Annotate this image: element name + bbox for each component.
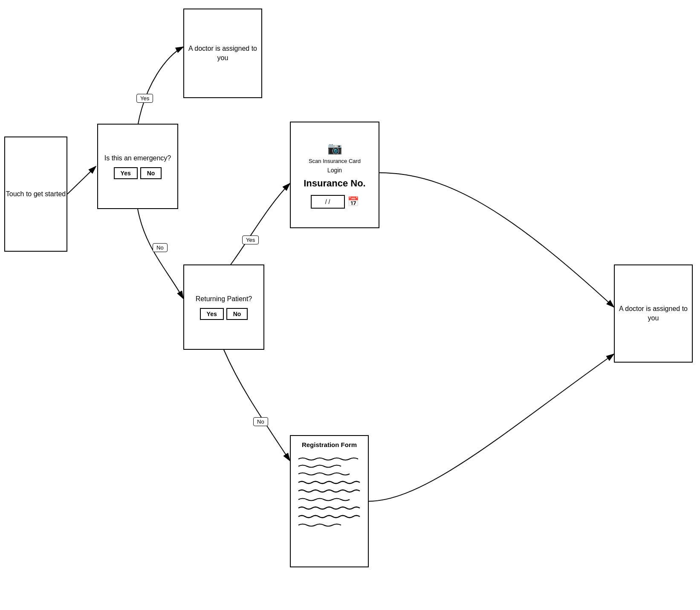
- emergency-btn-group: Yes No: [114, 167, 162, 179]
- yes-top-label: Yes: [136, 94, 153, 103]
- doctor-assigned-right-card: A doctor is assigned to you: [614, 264, 693, 363]
- emergency-card[interactable]: Is this an emergency? Yes No: [97, 124, 178, 209]
- no-middle-label: No: [153, 243, 168, 252]
- camera-icon: 📷: [327, 141, 342, 155]
- returning-patient-card[interactable]: Returning Patient? Yes No: [183, 264, 264, 350]
- returning-patient-label: Returning Patient?: [196, 294, 252, 304]
- doctor-assigned-top-card: A doctor is assigned to you: [183, 9, 262, 98]
- emergency-yes-button[interactable]: Yes: [114, 167, 138, 179]
- no-registration-label: No: [253, 417, 268, 426]
- doctor-assigned-top-label: A doctor is assigned to you: [184, 44, 261, 63]
- emergency-label: Is this an emergency?: [104, 154, 171, 163]
- returning-btn-group: Yes No: [200, 308, 248, 320]
- form-squiggles: [296, 453, 362, 546]
- returning-yes-button[interactable]: Yes: [200, 308, 224, 320]
- date-row: / / 📅: [311, 195, 359, 209]
- date-input[interactable]: / /: [311, 195, 345, 209]
- insurance-no-label: Insurance No.: [304, 178, 365, 189]
- flowchart: Touch to get started Is this an emergenc…: [0, 0, 700, 610]
- touch-start-card[interactable]: Touch to get started: [4, 137, 67, 252]
- login-label: Login: [327, 167, 342, 174]
- yes-insurance-label: Yes: [242, 235, 259, 244]
- doctor-assigned-right-label: A doctor is assigned to you: [615, 304, 692, 323]
- emergency-no-button[interactable]: No: [140, 167, 162, 179]
- registration-form-label: Registration Form: [302, 440, 357, 449]
- svg-line-1: [67, 166, 96, 194]
- scan-insurance-label: Scan Insurance Card: [309, 158, 361, 164]
- registration-form-card[interactable]: Registration Form: [290, 435, 369, 567]
- returning-no-button[interactable]: No: [226, 308, 248, 320]
- calendar-icon[interactable]: 📅: [347, 196, 359, 207]
- insurance-card-card[interactable]: 📷 Scan Insurance Card Login Insurance No…: [290, 122, 379, 228]
- touch-start-label: Touch to get started: [6, 189, 66, 199]
